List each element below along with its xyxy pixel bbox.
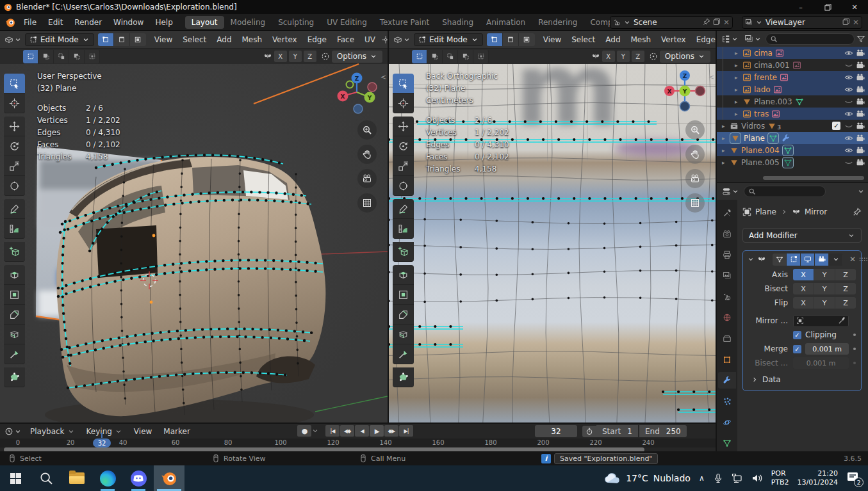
eye-open-icon[interactable] bbox=[843, 85, 855, 94]
modifier-extras-menu[interactable] bbox=[829, 254, 843, 266]
collapse-chevron-icon[interactable] bbox=[747, 255, 755, 263]
select-invert-button[interactable] bbox=[458, 50, 473, 63]
minimize-button[interactable]: – bbox=[787, 0, 814, 14]
outliner-item-plane-004[interactable]: ▸Plane.004 bbox=[717, 144, 868, 156]
bisect-y-toggle[interactable]: Y bbox=[814, 283, 835, 294]
properties-tab-world[interactable] bbox=[718, 309, 736, 326]
animate-dot[interactable] bbox=[853, 348, 856, 350]
transform-orientation-icon[interactable] bbox=[381, 35, 388, 44]
jump-to-start-button[interactable]: |◀ bbox=[325, 425, 340, 437]
tool-scale-button[interactable] bbox=[393, 156, 414, 176]
tool-rotate-button[interactable] bbox=[4, 136, 25, 156]
eye-open-icon[interactable] bbox=[843, 49, 855, 58]
tool-knife-button[interactable] bbox=[393, 344, 414, 364]
camera-view-button[interactable] bbox=[357, 169, 377, 188]
workspace-tab-rendering[interactable]: Rendering bbox=[532, 16, 584, 29]
view-layer-selector[interactable]: ViewLayer ✕ bbox=[742, 16, 862, 29]
menu-add[interactable]: Add bbox=[212, 35, 236, 44]
mirror-object-field[interactable] bbox=[793, 315, 849, 327]
axis-x-toggle[interactable]: X bbox=[793, 269, 814, 280]
eye-closed-icon[interactable] bbox=[843, 158, 855, 167]
outliner-item-plane[interactable]: ▸Plane bbox=[717, 132, 868, 144]
select-new-button[interactable] bbox=[412, 50, 427, 63]
network-icon[interactable] bbox=[732, 473, 743, 483]
on-cage-toggle[interactable] bbox=[773, 254, 787, 266]
timeline-editor-type-button[interactable] bbox=[3, 426, 24, 437]
outliner-display-mode-button[interactable] bbox=[742, 33, 764, 45]
camera-visibility-icon[interactable] bbox=[855, 146, 866, 155]
menu-help[interactable]: Help bbox=[149, 18, 178, 27]
workspace-tab-shading[interactable]: Shading bbox=[436, 16, 480, 29]
auto-keying-button[interactable]: ● bbox=[297, 425, 311, 437]
current-frame-indicator[interactable]: 32 bbox=[93, 439, 111, 447]
tool-loop-cut-button[interactable] bbox=[4, 325, 25, 344]
data-subpanel[interactable]: Data bbox=[743, 373, 861, 387]
properties-tab-tool[interactable] bbox=[718, 205, 736, 221]
expand-arrow-icon[interactable]: ▸ bbox=[722, 147, 730, 154]
tool-loop-cut-button[interactable] bbox=[393, 325, 414, 344]
mirror-y-toggle[interactable]: Y bbox=[289, 51, 302, 62]
properties-tab-scene[interactable] bbox=[718, 289, 736, 305]
properties-tab-render[interactable] bbox=[718, 226, 736, 243]
clock[interactable]: 21:20 13/01/2024 bbox=[798, 469, 838, 487]
face-select-button[interactable] bbox=[130, 33, 146, 46]
tool-rotate-button[interactable] bbox=[393, 136, 414, 156]
outliner-item-vidros[interactable]: ▸Vidros3✓ bbox=[717, 120, 868, 132]
navigation-gizmo[interactable]: Z X Y bbox=[664, 70, 707, 115]
tool-annotate-button[interactable] bbox=[4, 199, 25, 219]
file-explorer-button[interactable] bbox=[61, 465, 92, 491]
expand-arrow-icon[interactable]: ▸ bbox=[735, 62, 742, 68]
select-intersect-button[interactable] bbox=[85, 50, 100, 63]
menu-file[interactable]: File bbox=[18, 18, 42, 27]
expand-arrow-icon[interactable]: ▸ bbox=[735, 50, 742, 56]
expand-arrow-icon[interactable]: ▸ bbox=[735, 99, 742, 105]
collection-checkbox[interactable]: ✓ bbox=[832, 122, 840, 130]
title-bar[interactable]: Blender* [C:\Users\Carlos3\Downloads\Exp… bbox=[0, 0, 868, 14]
select-new-button[interactable] bbox=[23, 50, 38, 63]
tool-measure-button[interactable] bbox=[393, 219, 414, 239]
breadcrumb-modifier[interactable]: Mirror bbox=[805, 207, 827, 216]
properties-search-input[interactable] bbox=[744, 186, 826, 197]
language-indicator[interactable]: POR PTB2 bbox=[771, 469, 789, 487]
vertex-select-button[interactable] bbox=[487, 33, 503, 46]
workspace-tab-sculpting[interactable]: Sculpting bbox=[272, 16, 320, 29]
sidebar-collapse-icon[interactable]: < bbox=[708, 73, 714, 81]
bisect-z-toggle[interactable]: Z bbox=[835, 283, 856, 294]
start-frame-field[interactable]: Start1 bbox=[596, 425, 638, 437]
menu-window[interactable]: Window bbox=[108, 18, 149, 27]
flip-y-toggle[interactable]: Y bbox=[814, 297, 835, 309]
menu-edge[interactable]: Edge bbox=[692, 35, 716, 44]
camera-visibility-icon[interactable] bbox=[855, 85, 866, 94]
options-button[interactable]: Options bbox=[332, 51, 382, 63]
proportional-edit-icon[interactable] bbox=[321, 52, 330, 61]
mode-dropdown[interactable]: Edit Mode bbox=[25, 33, 94, 46]
menu-vertex[interactable]: Vertex bbox=[657, 35, 691, 44]
pin-icon[interactable] bbox=[703, 18, 710, 26]
taskbar-search-button[interactable] bbox=[31, 465, 61, 491]
keying-menu[interactable]: Keying bbox=[81, 427, 127, 436]
end-frame-field[interactable]: End250 bbox=[639, 425, 687, 437]
drag-handle-icon[interactable] bbox=[858, 255, 867, 264]
merge-checkbox[interactable]: ✓ bbox=[793, 345, 801, 353]
tool-transform-button[interactable] bbox=[393, 176, 414, 196]
play-reverse-button[interactable]: ◀ bbox=[355, 425, 369, 437]
properties-tab-modifiers[interactable] bbox=[718, 372, 736, 389]
start-button[interactable] bbox=[0, 465, 31, 491]
properties-tab-collection[interactable] bbox=[718, 330, 736, 347]
properties-tab-view-layer[interactable] bbox=[718, 268, 736, 284]
tool-scale-button[interactable] bbox=[4, 156, 25, 176]
outliner-item-tras[interactable]: ▸tras bbox=[717, 108, 868, 120]
outliner-editor-type-button[interactable] bbox=[719, 33, 741, 45]
viewport-right-canvas[interactable]: m Back Orthographic (32) Plane Centimete… bbox=[389, 64, 716, 423]
axis-z-toggle[interactable]: Z bbox=[835, 269, 856, 280]
select-invert-button[interactable] bbox=[69, 50, 85, 63]
outliner-scrollbar[interactable] bbox=[763, 176, 864, 180]
camera-visibility-icon[interactable] bbox=[855, 97, 866, 106]
outliner-item-plane-003[interactable]: ▸Plane.003 bbox=[717, 95, 868, 108]
select-subtract-button[interactable] bbox=[443, 50, 458, 63]
playback-menu[interactable]: Playback bbox=[25, 427, 80, 436]
menu-vertex[interactable]: Vertex bbox=[268, 35, 302, 44]
discord-button[interactable] bbox=[123, 465, 154, 491]
workspace-tab-layout[interactable]: Layout bbox=[185, 16, 224, 29]
bisect-x-toggle[interactable]: X bbox=[793, 283, 814, 294]
